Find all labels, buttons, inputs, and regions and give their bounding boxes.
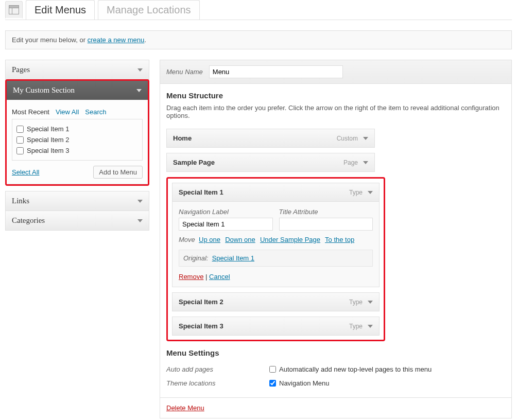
accordion-links[interactable]: Links: [5, 191, 149, 211]
accordion-custom-title: My Custom Section: [13, 86, 75, 95]
subtabs: Most Recent View All Search: [12, 105, 143, 119]
list-item[interactable]: Special Item 3: [16, 145, 138, 156]
subtab-view-all[interactable]: View All: [56, 108, 79, 116]
menu-item-type: Type: [349, 189, 363, 196]
accordion-pages[interactable]: Pages: [5, 60, 149, 80]
menu-item-type: Type: [349, 299, 363, 306]
menu-item-type: Type: [349, 323, 363, 330]
menu-item[interactable]: Special Item 2Type: [172, 292, 380, 311]
notice-suffix: .: [144, 36, 146, 44]
move-top-link[interactable]: To the top: [325, 236, 354, 243]
move-label: Move: [179, 236, 195, 243]
nav-label-input[interactable]: [179, 218, 273, 231]
menu-settings-title: Menu Settings: [166, 348, 505, 357]
notice-prefix: Edit your menu below, or: [12, 36, 88, 44]
accordion-categories-title: Categories: [12, 216, 45, 225]
chevron-down-icon[interactable]: [368, 301, 373, 304]
menu-settings: Menu Settings Auto add pages Automatical…: [166, 348, 505, 390]
menu-structure-title: Menu Structure: [166, 91, 505, 100]
menu-item-type: Custom: [337, 135, 358, 142]
menu-name-input[interactable]: [209, 65, 343, 78]
menu-item[interactable]: Special Item 1Type Navigation Label Titl…: [172, 183, 380, 287]
menu-item[interactable]: Special Item 3Type: [172, 317, 380, 336]
auto-add-checkbox[interactable]: [269, 366, 276, 373]
theme-checkbox[interactable]: [269, 380, 276, 387]
move-up-link[interactable]: Up one: [199, 236, 220, 243]
delete-menu-link[interactable]: Delete Menu: [166, 404, 204, 412]
menu-item-title: Sample Page: [173, 159, 215, 166]
tab-edit-menus[interactable]: Edit Menus: [26, 0, 95, 20]
highlight-custom-section: My Custom Section Most Recent View All S…: [5, 79, 149, 186]
list-item[interactable]: Special Item 2: [16, 134, 138, 145]
list-item[interactable]: Special Item 1: [16, 124, 138, 134]
chevron-down-icon[interactable]: [368, 191, 373, 194]
select-all-link[interactable]: Select All: [12, 168, 39, 176]
auto-add-text: Automatically add new top-level pages to…: [279, 365, 432, 373]
tab-manage-locations[interactable]: Manage Locations: [98, 0, 199, 20]
item-label: Special Item 3: [27, 147, 69, 154]
auto-add-label: Auto add pages: [166, 365, 269, 373]
move-row: Move Up one Down one Under Sample Page T…: [179, 236, 373, 243]
cancel-link[interactable]: Cancel: [209, 273, 230, 281]
accordion-categories[interactable]: Categories: [5, 211, 149, 231]
chevron-down-icon[interactable]: [363, 161, 368, 164]
original-label: Original:: [183, 254, 208, 262]
chevron-down-icon: [137, 68, 143, 72]
subtab-most-recent[interactable]: Most Recent: [12, 108, 49, 116]
menu-item-title: Special Item 2: [179, 298, 223, 306]
item-label: Special Item 2: [27, 136, 69, 144]
move-under-link[interactable]: Under Sample Page: [260, 236, 320, 243]
theme-text: Navigation Menu: [279, 379, 330, 387]
menu-panel-footer: Delete Menu: [160, 397, 511, 418]
menu-item-title: Home: [173, 134, 192, 142]
highlight-menu-items: Special Item 1Type Navigation Label Titl…: [166, 177, 385, 341]
nav-label: Navigation Label: [179, 208, 273, 216]
item-label: Special Item 1: [27, 125, 69, 133]
subtab-search[interactable]: Search: [85, 108, 106, 116]
action-row: Remove | Cancel: [179, 273, 373, 281]
separator: |: [205, 273, 209, 281]
item-checkbox[interactable]: [16, 136, 24, 144]
remove-link[interactable]: Remove: [179, 273, 203, 281]
create-new-menu-link[interactable]: create a new menu: [88, 36, 145, 44]
auto-add-checkbox-label[interactable]: Automatically add new top-level pages to…: [269, 365, 432, 373]
menu-name-label: Menu Name: [166, 68, 203, 76]
chevron-down-icon: [136, 89, 142, 92]
add-to-menu-button[interactable]: Add to Menu: [93, 166, 143, 179]
theme-checkbox-label[interactable]: Navigation Menu: [269, 379, 330, 387]
screen-options-icon[interactable]: [5, 1, 23, 19]
menu-structure-desc: Drag each item into the order you prefer…: [166, 104, 505, 119]
original-row: Original: Special Item 1: [179, 250, 373, 267]
menu-item[interactable]: Sample PagePage: [166, 153, 375, 172]
chevron-down-icon[interactable]: [368, 325, 373, 328]
menu-item[interactable]: HomeCustom: [166, 129, 375, 148]
menu-item-type: Page: [343, 159, 358, 166]
menu-panel-header: Menu Name: [160, 60, 511, 84]
accordion-links-title: Links: [12, 197, 29, 205]
available-items-list: Special Item 1 Special Item 2 Special It…: [12, 119, 143, 161]
item-checkbox[interactable]: [16, 126, 24, 133]
tab-bar: Edit Menus Manage Locations: [5, 0, 512, 20]
item-checkbox[interactable]: [16, 147, 24, 154]
theme-locations-label: Theme locations: [166, 379, 269, 387]
menu-panel: Menu Name Menu Structure Drag each item …: [160, 60, 512, 418]
move-down-link[interactable]: Down one: [225, 236, 255, 243]
chevron-down-icon: [137, 219, 143, 222]
menu-item-details: Navigation Label Title Attribute Move Up…: [173, 201, 379, 287]
menu-item-title: Special Item 3: [179, 322, 223, 330]
accordion-pages-title: Pages: [12, 65, 30, 74]
title-attr-label: Title Attribute: [279, 208, 373, 216]
chevron-down-icon: [137, 200, 143, 203]
notice-bar: Edit your menu below, or create a new me…: [5, 30, 512, 49]
chevron-down-icon[interactable]: [363, 137, 368, 140]
accordion-custom-section[interactable]: My Custom Section: [7, 81, 148, 100]
title-attr-input[interactable]: [279, 218, 373, 231]
menu-item-title: Special Item 1: [179, 188, 223, 196]
original-link[interactable]: Special Item 1: [212, 254, 254, 262]
